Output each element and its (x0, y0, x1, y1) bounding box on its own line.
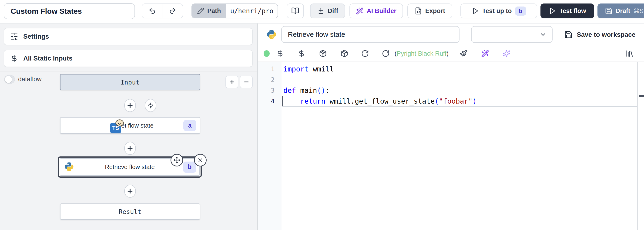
undo-icon (148, 7, 156, 15)
play-icon (472, 7, 479, 15)
package-explore-button[interactable] (319, 50, 327, 58)
draft-shortcut: ⌘S (634, 8, 644, 15)
line-number: 2 (258, 75, 282, 85)
file-code-icon (414, 7, 422, 15)
save-to-workspace-button[interactable]: Save to workspace (564, 24, 636, 46)
step-header: Save to workspace (258, 24, 644, 46)
save-icon (564, 31, 572, 39)
step-b-label: Retrieve flow state (105, 163, 155, 171)
plus-icon (126, 102, 134, 109)
code-line: def main(): (282, 85, 644, 96)
line-number: 3 (258, 85, 282, 96)
all-static-inputs-label: All Static Inputs (23, 55, 72, 62)
editor-toolbar: (Pyright Black Ruff) (258, 46, 644, 62)
draft-save-button[interactable]: Draft ⌘S (598, 4, 644, 18)
package-explore-button-2[interactable] (340, 50, 348, 58)
ai-generate-button[interactable] (481, 50, 489, 58)
editor-cursor (282, 96, 283, 106)
reload-lsp-button-2[interactable] (382, 50, 390, 58)
docs-button[interactable] (287, 4, 304, 18)
book-open-icon (291, 7, 299, 15)
flow-node-set-flow-state[interactable]: TS Set flow state a (60, 117, 200, 134)
typescript-icon: TS (110, 123, 121, 133)
ai-sparkles-button[interactable] (502, 50, 510, 58)
move-icon (173, 157, 180, 164)
editor-code-lines[interactable]: import wmilldef main(): return wmill.get… (282, 62, 644, 230)
reload-lsp-button[interactable] (361, 50, 369, 58)
top-toolbar: Path u/henri/pro Diff AI Builder Export … (0, 0, 644, 24)
redo-icon (169, 7, 176, 15)
dataflow-toggle[interactable] (4, 75, 15, 84)
insert-step-button-1[interactable] (124, 99, 136, 112)
flow-graph-panel: Settings All Static Inputs dataflow Inpu… (0, 24, 256, 230)
lsp-status-indicator (264, 50, 270, 57)
redo-button[interactable] (162, 4, 183, 18)
ai-builder-button[interactable]: AI Builder (350, 4, 403, 18)
bun-icon (116, 119, 124, 126)
minus-icon (243, 79, 250, 85)
package-icon (319, 50, 327, 58)
graph-canvas-divider (0, 71, 256, 72)
test-flow-button[interactable]: Test flow (540, 4, 594, 18)
pencil-icon (197, 8, 204, 15)
close-icon (197, 157, 204, 163)
line-number: 1 (258, 64, 282, 75)
step-b-id-badge: b (183, 162, 196, 173)
library-icon (626, 49, 634, 58)
sparkles-icon (502, 50, 510, 58)
assistants-close-paren: ) (446, 50, 448, 57)
flow-node-input[interactable]: Input (60, 74, 200, 90)
insert-step-button-3[interactable] (124, 185, 136, 198)
all-static-inputs-row[interactable]: All Static Inputs (4, 50, 253, 67)
paintbrush-icon (460, 50, 468, 58)
test-flow-label: Test flow (559, 8, 586, 15)
assistants-open-paren: ( (394, 50, 397, 57)
export-label: Export (425, 8, 445, 15)
settings-label: Settings (23, 33, 49, 40)
sliders-icon (10, 33, 18, 41)
add-trigger-button[interactable] (145, 99, 156, 112)
rotate-cw-icon (382, 50, 390, 58)
static-inputs-icon-button[interactable] (276, 50, 284, 58)
panel-resize-divider[interactable] (256, 24, 258, 230)
flow-node-result[interactable]: Result (60, 203, 200, 220)
rotate-cw-icon (361, 50, 369, 58)
format-code-button[interactable] (460, 50, 468, 58)
save-icon (605, 7, 612, 15)
test-up-to-button[interactable]: Test up to b (460, 4, 537, 18)
plus-icon (126, 145, 134, 152)
code-assistants-label[interactable]: (Pyright Black Ruff) (394, 50, 448, 57)
plus-icon (229, 79, 235, 85)
insert-step-button-2[interactable] (124, 142, 136, 155)
python-icon (266, 29, 277, 41)
dollar-icon (276, 50, 284, 58)
flow-title-input[interactable] (4, 3, 135, 19)
diff-button[interactable]: Diff (310, 4, 345, 18)
editor-line-numbers: 1234 (258, 62, 282, 230)
export-button[interactable]: Export (408, 4, 452, 18)
move-step-button[interactable] (170, 154, 183, 166)
package-icon (340, 50, 348, 58)
path-button-label: Path (192, 4, 226, 18)
static-inputs-icon-button-2[interactable] (298, 50, 306, 58)
step-editor-panel: Save to workspace (Pyright Black Ruff) (258, 24, 644, 230)
input-node-label: Input (120, 79, 139, 86)
code-line: return wmill.get_flow_user_state("foobar… (282, 96, 644, 107)
delete-step-button[interactable] (194, 154, 206, 166)
zoom-out-button[interactable] (240, 76, 253, 88)
step-name-input[interactable] (281, 26, 460, 43)
diff-icon (317, 7, 324, 15)
wand-sparkles-icon (481, 50, 489, 58)
path-button[interactable]: Path u/henri/pro (192, 4, 278, 18)
assistants-names: Pyright Black Ruff (397, 50, 446, 57)
step-summary-dropdown[interactable] (471, 26, 552, 43)
settings-row[interactable]: Settings (4, 28, 253, 45)
diff-label: Diff (328, 8, 338, 15)
code-editor[interactable]: 1234 import wmilldef main(): return wmil… (258, 62, 644, 230)
zoom-in-button[interactable] (226, 76, 238, 88)
draft-label: Draft (616, 8, 630, 15)
python-icon (64, 162, 74, 173)
undo-button[interactable] (142, 4, 162, 18)
undo-redo-group (142, 4, 183, 18)
script-library-button[interactable] (626, 49, 634, 58)
